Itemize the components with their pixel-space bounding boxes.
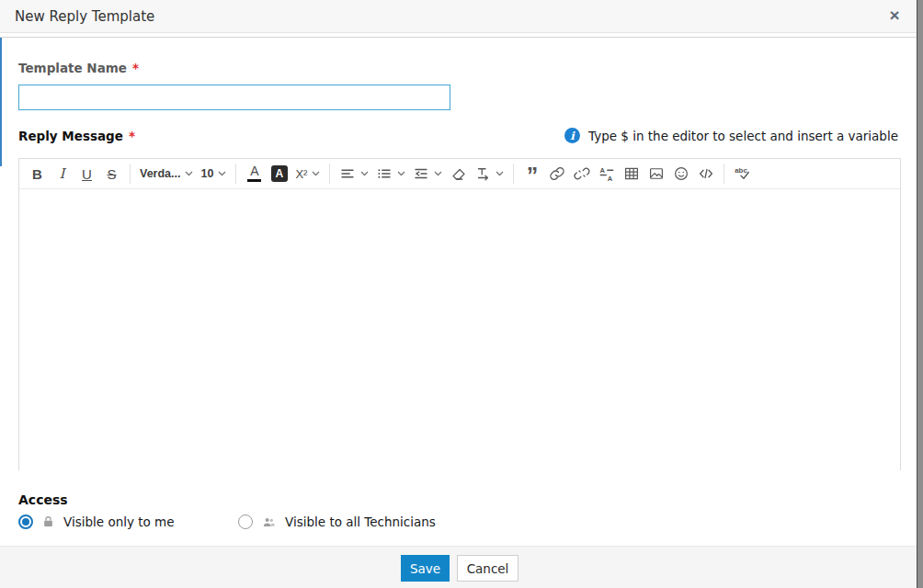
radio-label[interactable]: Visible to all Technicians: [285, 514, 436, 529]
blockquote-button[interactable]: ”: [519, 162, 544, 186]
image-icon: [648, 165, 665, 182]
dialog-footer: Save Cancel: [0, 546, 917, 588]
toolbar-separator: [235, 164, 236, 184]
code-view-button[interactable]: [693, 162, 718, 186]
bullet-list-icon: [376, 165, 393, 182]
insert-table-button[interactable]: [619, 162, 644, 186]
background-color-button[interactable]: A: [267, 162, 291, 186]
line-height-button[interactable]: AA: [594, 162, 619, 186]
info-icon: i: [564, 128, 580, 143]
radio-selected[interactable]: [18, 514, 33, 529]
access-label: Access: [18, 492, 68, 507]
indent-icon: [413, 165, 429, 182]
chevron-down-icon: [496, 171, 504, 176]
unlink-button[interactable]: [569, 162, 594, 186]
clear-formatting-button[interactable]: [446, 162, 471, 186]
underline-button[interactable]: U: [74, 162, 99, 186]
align-icon: [339, 165, 356, 182]
access-option-visible-only-to-me[interactable]: Visible only to me: [18, 514, 175, 529]
unlink-icon: [574, 165, 590, 182]
chevron-down-icon: [218, 171, 226, 176]
variable-hint-text: Type $ in the editor to select and inser…: [588, 129, 898, 143]
chevron-down-icon: [434, 171, 442, 176]
background-color-icon: A: [271, 165, 288, 182]
access-option-visible-to-all-technicians[interactable]: Visible to all Technicians: [238, 514, 436, 529]
close-icon[interactable]: ×: [883, 4, 906, 28]
text-direction-icon: [474, 165, 491, 182]
italic-button[interactable]: I: [50, 162, 74, 186]
reply-message-editor: B I U S Verda... 10 A A: [18, 158, 901, 470]
template-name-input[interactable]: [18, 85, 450, 110]
insert-link-button[interactable]: [544, 162, 569, 186]
editor-content-area[interactable]: [19, 189, 900, 470]
access-options: Visible only to me Visible to all Techni…: [0, 514, 923, 537]
font-size-dropdown[interactable]: 10: [197, 162, 230, 186]
emoji-icon: [673, 165, 689, 182]
toolbar-separator: [513, 164, 514, 184]
required-asterisk: *: [132, 61, 139, 75]
chevron-down-icon: [397, 171, 405, 176]
content-left-accent: [0, 38, 2, 166]
font-color-icon: A: [247, 165, 261, 182]
svg-text:abc: abc: [735, 166, 748, 175]
superscript-dropdown[interactable]: X²: [291, 162, 324, 186]
strikethrough-button[interactable]: S: [99, 162, 124, 186]
chevron-down-icon: [360, 171, 369, 176]
reply-message-label-text: Reply Message: [18, 129, 123, 143]
required-asterisk: *: [129, 129, 135, 143]
template-name-label-text: Template Name: [18, 61, 127, 75]
font-family-dropdown[interactable]: Verda...: [136, 162, 197, 186]
font-color-button[interactable]: A: [242, 162, 267, 186]
svg-text:A: A: [608, 175, 613, 183]
bold-button[interactable]: B: [25, 162, 50, 186]
dialog-header: New Reply Template: [0, 0, 923, 33]
spellcheck-button[interactable]: abc: [730, 162, 755, 186]
cancel-button[interactable]: Cancel: [457, 555, 518, 582]
link-icon: [549, 165, 565, 182]
chevron-down-icon: [185, 171, 193, 176]
variable-hint: i Type $ in the editor to select and ins…: [564, 128, 898, 143]
lock-icon: [41, 514, 55, 529]
save-button[interactable]: Save: [401, 555, 450, 582]
spellcheck-icon: abc: [734, 165, 751, 182]
dialog-title: New Reply Template: [15, 8, 154, 25]
technicians-icon: [261, 515, 277, 529]
align-dropdown[interactable]: [336, 162, 372, 186]
emoji-button[interactable]: [668, 162, 693, 186]
editor-toolbar: B I U S Verda... 10 A A: [19, 159, 900, 189]
background-scrollbar: [917, 0, 923, 588]
toolbar-separator: [724, 164, 724, 184]
table-icon: [623, 165, 640, 182]
code-icon: [698, 165, 714, 182]
toolbar-separator: [329, 164, 330, 184]
new-reply-template-dialog: New Reply Template × Template Name* Repl…: [0, 0, 923, 588]
content-top-divider: [0, 37, 917, 38]
radio-label[interactable]: Visible only to me: [63, 514, 175, 529]
text-direction-dropdown[interactable]: [471, 162, 507, 186]
quote-icon: ”: [527, 162, 539, 186]
chevron-down-icon: [312, 171, 320, 176]
eraser-icon: [450, 165, 467, 182]
line-height-icon: AA: [598, 165, 615, 182]
reply-message-label: Reply Message*: [18, 129, 135, 143]
indent-dropdown[interactable]: [409, 162, 446, 186]
list-dropdown[interactable]: [372, 162, 409, 186]
radio-unselected[interactable]: [238, 514, 253, 529]
insert-image-button[interactable]: [644, 162, 668, 186]
svg-text:A: A: [599, 166, 605, 175]
template-name-label: Template Name*: [18, 61, 139, 75]
toolbar-separator: [130, 164, 131, 184]
